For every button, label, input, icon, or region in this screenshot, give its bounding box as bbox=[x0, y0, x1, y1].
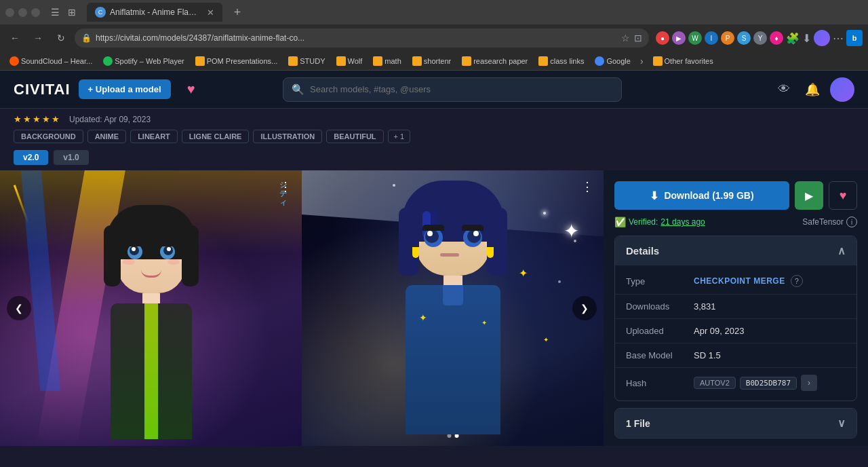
ext-pink-icon[interactable]: ♦ bbox=[770, 31, 783, 45]
site-logo[interactable]: CIVITAI bbox=[14, 81, 71, 98]
files-header[interactable]: 1 File ∨ bbox=[615, 409, 856, 438]
gallery-image-1[interactable]: シティ bbox=[0, 170, 302, 446]
ext-gray-icon[interactable]: Y bbox=[753, 31, 767, 45]
files-title: 1 File bbox=[626, 418, 650, 429]
ext-blue-icon[interactable]: I bbox=[705, 31, 718, 45]
math-folder-icon bbox=[373, 56, 382, 66]
new-tab-button[interactable]: + bbox=[228, 3, 247, 22]
search-icon: 🔍 bbox=[292, 83, 304, 96]
tag-background[interactable]: BACKGROUND bbox=[14, 130, 83, 143]
tag-illustration[interactable]: ILLUSTRATION bbox=[253, 130, 322, 143]
gallery-next-button[interactable]: ❯ bbox=[572, 296, 597, 320]
type-label: Type bbox=[626, 276, 694, 286]
bookmark-research[interactable]: reasearch paper bbox=[458, 55, 532, 67]
address-bar[interactable]: 🔒 https://civitai.com/models/24387/anifl… bbox=[75, 29, 649, 48]
play-button[interactable]: ▶ bbox=[795, 181, 823, 210]
type-value[interactable]: CHECKPOINT MERGE bbox=[694, 276, 785, 286]
bookmarks-more-button[interactable]: › bbox=[640, 56, 644, 67]
star-3: ★ bbox=[33, 114, 41, 124]
bookmark-other-favorites[interactable]: Other favorites bbox=[649, 55, 717, 67]
download-button-label: Download (1.99 GB) bbox=[664, 190, 753, 201]
minimize-icon[interactable] bbox=[5, 8, 14, 17]
window-controls bbox=[5, 8, 40, 17]
image-gallery: シティ bbox=[0, 170, 604, 446]
search-input[interactable] bbox=[310, 84, 613, 94]
version-v1-button[interactable]: v1.0 bbox=[54, 150, 88, 165]
refresh-button[interactable]: ↻ bbox=[52, 29, 71, 48]
tag-ligne-claire[interactable]: LIGNE CLAIRE bbox=[182, 130, 250, 143]
hash-value-container: AUTOV2 B0D25DB787 › bbox=[694, 375, 817, 391]
details-header[interactable]: Details ∧ bbox=[615, 236, 856, 265]
wolf-folder-icon bbox=[336, 56, 346, 66]
hash-autov2-tag: AUTOV2 bbox=[694, 377, 736, 389]
bookmark-soundcloud[interactable]: SoundCloud – Hear... bbox=[5, 55, 96, 67]
version-v2-button[interactable]: v2.0 bbox=[14, 150, 48, 165]
bookmark-google-label: Google bbox=[606, 57, 630, 65]
bookmark-shortenr[interactable]: shortenr bbox=[408, 55, 455, 67]
bookmark-classlinks[interactable]: class links bbox=[534, 55, 588, 67]
ext-puzzle-icon[interactable]: 🧩 bbox=[786, 32, 800, 45]
bookmark-soundcloud-label: SoundCloud – Hear... bbox=[21, 57, 92, 65]
tag-beautiful[interactable]: BEAUTIFUL bbox=[326, 130, 383, 143]
version-row: v2.0 v1.0 bbox=[0, 146, 868, 170]
star-bookmark-icon[interactable]: ☆ bbox=[621, 33, 630, 43]
user-avatar[interactable] bbox=[830, 77, 854, 102]
safe-tensor-info-icon[interactable]: i bbox=[846, 217, 857, 227]
ext-orange-icon[interactable]: P bbox=[721, 31, 734, 45]
gallery-prev-button[interactable]: ❮ bbox=[7, 296, 31, 320]
bookmark-math[interactable]: math bbox=[369, 55, 405, 67]
site-header: CIVITAI + Upload a model ♥ 🔍 👁 🔔 bbox=[0, 71, 868, 109]
gallery-image-2[interactable]: ✦ ✦ ✦ bbox=[302, 170, 604, 446]
model-meta: ★ ★ ★ ★ ★ Updated: Apr 09, 2023 bbox=[0, 109, 868, 127]
forward-button[interactable]: → bbox=[28, 29, 47, 48]
safe-tensor-info: SafeTensor i bbox=[802, 217, 857, 227]
uploaded-label: Uploaded bbox=[626, 326, 694, 336]
split-view-icon[interactable]: ⊡ bbox=[634, 33, 642, 43]
close-icon[interactable] bbox=[31, 8, 40, 17]
browser-tab[interactable]: C Aniflatmix - Anime Flat Color Sty... ✕ bbox=[87, 3, 222, 22]
grid-icon[interactable]: ⊞ bbox=[68, 7, 76, 18]
bookmark-pom[interactable]: POM Presentations... bbox=[191, 55, 282, 67]
heart-outline-icon: ♥ bbox=[840, 189, 847, 203]
tags-more-button[interactable]: + 1 bbox=[388, 130, 411, 143]
details-body: Type CHECKPOINT MERGE ? Downloads 3,831 … bbox=[615, 265, 856, 400]
sidebar-toggle-icon[interactable]: ☰ bbox=[51, 7, 60, 18]
search-bar[interactable]: 🔍 bbox=[283, 77, 622, 102]
type-info-icon[interactable]: ? bbox=[791, 275, 803, 287]
bookmark-google[interactable]: Google bbox=[591, 55, 634, 67]
ext-blue2-icon[interactable]: S bbox=[737, 31, 751, 45]
gallery-2-menu-button[interactable]: ⋮ bbox=[578, 177, 597, 196]
browser-toolbar: ← → ↻ 🔒 https://civitai.com/models/24387… bbox=[0, 24, 868, 52]
bookmark-other-favorites-label: Other favorites bbox=[665, 57, 713, 65]
favorite-button[interactable]: ♥ bbox=[829, 181, 857, 210]
details-collapse-icon: ∧ bbox=[837, 244, 846, 257]
ext-red-icon[interactable]: ● bbox=[656, 31, 669, 45]
classlinks-folder-icon bbox=[538, 56, 548, 66]
download-icon: ⬇ bbox=[650, 189, 658, 202]
back-button[interactable]: ← bbox=[5, 29, 24, 48]
ext-purple-icon[interactable]: ▶ bbox=[672, 31, 686, 45]
downloads-icon[interactable]: ⬇ bbox=[802, 32, 811, 45]
verified-date-link[interactable]: 21 days ago bbox=[660, 217, 705, 227]
hash-copy-button[interactable]: › bbox=[801, 375, 817, 391]
ext-green-icon[interactable]: W bbox=[688, 31, 702, 45]
notification-bell-icon[interactable]: 🔔 bbox=[802, 79, 823, 100]
bing-icon[interactable]: b bbox=[846, 30, 863, 46]
profile-icon[interactable] bbox=[814, 30, 830, 46]
menu-dots-icon[interactable]: ⋯ bbox=[833, 32, 844, 45]
restore-icon[interactable] bbox=[18, 8, 27, 17]
gallery-1-menu-button[interactable]: ⋮ bbox=[276, 177, 295, 196]
hash-label: Hash bbox=[626, 378, 694, 388]
bookmark-pom-label: POM Presentations... bbox=[207, 57, 278, 65]
download-button[interactable]: ⬇ Download (1.99 GB) bbox=[614, 181, 789, 210]
tag-lineart[interactable]: LINEART bbox=[130, 130, 178, 143]
tag-anime[interactable]: ANIME bbox=[87, 130, 126, 143]
bookmark-spotify[interactable]: Spotify – Web Player bbox=[99, 55, 189, 67]
bookmark-study[interactable]: STUDY bbox=[284, 55, 329, 67]
eye-off-icon[interactable]: 👁 bbox=[773, 79, 795, 100]
verified-badge: ✅ Verified: 21 days ago bbox=[614, 217, 705, 227]
tab-close-button[interactable]: ✕ bbox=[207, 7, 214, 18]
heart-icon[interactable]: ♥ bbox=[179, 77, 203, 102]
upload-model-button[interactable]: + Upload a model bbox=[79, 79, 171, 99]
bookmark-wolf[interactable]: Wolf bbox=[332, 55, 367, 67]
